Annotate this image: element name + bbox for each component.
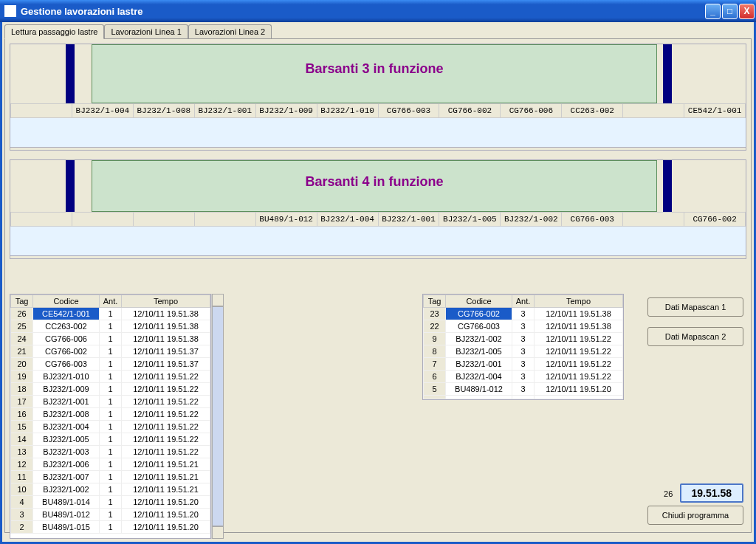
cell-ant: 3 [512,383,535,396]
cell-tempo: 12/10/11 19.51.20 [535,383,623,396]
slab-slot [72,213,134,226]
cell-tempo: 12/10/11 19.51.22 [122,446,210,458]
slot-row-barsanti3: BJ232/1-004BJ232/1-008BJ232/1-001BJ232/1… [10,103,746,118]
table-row[interactable]: 4BU489/1-014112/10/11 19.51.20 [11,496,210,509]
close-button[interactable]: X [739,4,755,19]
table-row[interactable]: 8BJ232/1-005312/10/11 19.51.22 [424,345,623,358]
table-row[interactable]: 12BJ232/1-006112/10/11 19.51.21 [11,458,210,471]
cell-tempo: 12/10/11 19.51.22 [122,383,210,396]
cell-ant: 1 [100,320,122,333]
maximize-button[interactable]: □ [722,4,738,19]
table-row[interactable]: 11BJ232/1-007112/10/11 19.51.21 [11,471,210,483]
app-icon [4,5,16,17]
cell-tag: 17 [11,396,33,408]
cell-ant: 1 [100,471,122,483]
table-row[interactable]: 14BJ232/1-005112/10/11 19.51.22 [11,433,210,446]
table-row[interactable]: 25CC263-002112/10/11 19.51.38 [11,320,210,333]
col-tag[interactable]: Tag [11,295,33,308]
cell-tag: 10 [11,483,33,496]
post-icon [663,44,672,103]
cell-codice: BJ232/1-007 [33,471,100,483]
table-row[interactable]: 17BJ232/1-001112/10/11 19.51.22 [11,396,210,408]
cell-tempo: 12/10/11 19.51.22 [535,345,623,358]
slab-slot: CC263-002 [562,104,623,117]
dati-mapascan-2-button[interactable]: Dati Mapascan 2 [647,327,743,346]
table-row[interactable]: 19BJ232/1-010112/10/11 19.51.22 [11,371,210,383]
cell-tag: 25 [11,320,33,333]
cell-tempo: 12/10/11 19.51.21 [122,471,210,483]
table-row[interactable]: 16BJ232/1-008112/10/11 19.51.22 [11,408,210,421]
slab-slot [10,213,72,226]
tab-linea2[interactable]: Lavorazioni Linea 2 [188,24,272,39]
col-ant[interactable]: Ant. [100,295,122,308]
cell-ant: 3 [512,371,535,383]
chiudi-programma-button[interactable]: Chiudi programma [647,506,743,525]
col-ant[interactable]: Ant. [512,295,535,308]
cell-tempo: 12/10/11 19.51.38 [122,333,210,345]
cell-tag: 11 [11,471,33,483]
cell-ant: 1 [100,408,122,421]
table-row[interactable] [424,396,623,399]
cell-codice: BJ232/1-001 [33,396,100,408]
cell-tag: 13 [11,446,33,458]
slab-slot: BJ232/1-001 [379,213,440,226]
cell-codice: BU489/1-015 [33,521,100,534]
cell-tempo: 12/10/11 19.51.21 [122,483,210,496]
slab-slot: BU489/1-012 [256,213,317,226]
cell-tempo: 12/10/11 19.51.20 [122,521,210,534]
cell-codice: BU489/1-012 [33,509,100,521]
tab-linea1[interactable]: Lavorazioni Linea 1 [104,24,188,39]
cell-tag: 7 [424,358,446,371]
cell-codice: BU489/1-014 [33,496,100,509]
scroll-thumb[interactable] [212,306,224,526]
table-row[interactable]: 23CG766-002312/10/11 19.51.38 [424,308,623,320]
table-row[interactable]: 2BU489/1-015112/10/11 19.51.20 [11,521,210,534]
grid-left[interactable]: Tag Codice Ant. Tempo 26CE542/1-001112/1… [10,295,210,534]
grid-right[interactable]: Tag Codice Ant. Tempo 23CG766-002312/10/… [423,295,623,399]
minimize-button[interactable]: _ [705,4,721,19]
cell-codice: BJ232/1-003 [33,446,100,458]
table-row[interactable]: 20CG766-003112/10/11 19.51.37 [11,358,210,371]
slab-slot: CG766-006 [501,104,562,117]
cell-ant: 3 [512,345,535,358]
slab-slot: CG766-002 [439,104,501,117]
table-row[interactable]: 7BJ232/1-001312/10/11 19.51.22 [424,358,623,371]
scroll-up-icon[interactable] [212,294,224,306]
cell-tempo: 12/10/11 19.51.38 [535,308,623,320]
cell-tag: 5 [424,383,446,396]
col-tempo[interactable]: Tempo [535,295,623,308]
table-row[interactable]: 24CG766-006112/10/11 19.51.38 [11,333,210,345]
table-row[interactable]: 13BJ232/1-003112/10/11 19.51.22 [11,446,210,458]
table-row[interactable]: 5BU489/1-012312/10/11 19.51.20 [424,383,623,396]
col-codice[interactable]: Codice [446,295,512,308]
table-row[interactable]: 10BJ232/1-002112/10/11 19.51.21 [11,483,210,496]
scrollbar[interactable] [211,294,224,539]
cell-tempo: 12/10/11 19.51.22 [122,408,210,421]
slab-slot: CG766-003 [562,213,623,226]
table-row[interactable]: 21CG766-002112/10/11 19.51.37 [11,345,210,358]
table-row[interactable]: 9BJ232/1-002312/10/11 19.51.22 [424,333,623,345]
cell-codice: BJ232/1-004 [446,371,512,383]
col-codice[interactable]: Codice [33,295,100,308]
table-row[interactable]: 26CE542/1-001112/10/11 19.51.38 [11,308,210,320]
dati-mapascan-1-button[interactable]: Dati Mapascan 1 [647,297,743,317]
cell-codice: BJ232/1-008 [33,408,100,421]
slab-slot: CE542/1-001 [684,104,746,117]
table-row[interactable]: 22CG766-003312/10/11 19.51.38 [424,320,623,333]
cell-codice: CG766-003 [33,358,100,371]
tab-lettura[interactable]: Lettura passaggio lastre [4,24,104,39]
cell-tag: 3 [11,509,33,521]
col-tag[interactable]: Tag [424,295,446,308]
cell-ant: 1 [100,421,122,433]
cell-ant: 3 [512,308,535,320]
cell-tempo: 12/10/11 19.51.37 [122,345,210,358]
table-row[interactable]: 15BJ232/1-004112/10/11 19.51.22 [11,421,210,433]
scroll-down-icon[interactable] [212,526,224,539]
cell-ant: 1 [100,333,122,345]
table-row[interactable]: 6BJ232/1-004312/10/11 19.51.22 [424,371,623,383]
table-row[interactable]: 3BU489/1-012112/10/11 19.51.20 [11,509,210,521]
cell-tag [424,396,446,399]
cell-codice: BJ232/1-005 [446,345,512,358]
table-row[interactable]: 18BJ232/1-009112/10/11 19.51.22 [11,383,210,396]
col-tempo[interactable]: Tempo [122,295,210,308]
